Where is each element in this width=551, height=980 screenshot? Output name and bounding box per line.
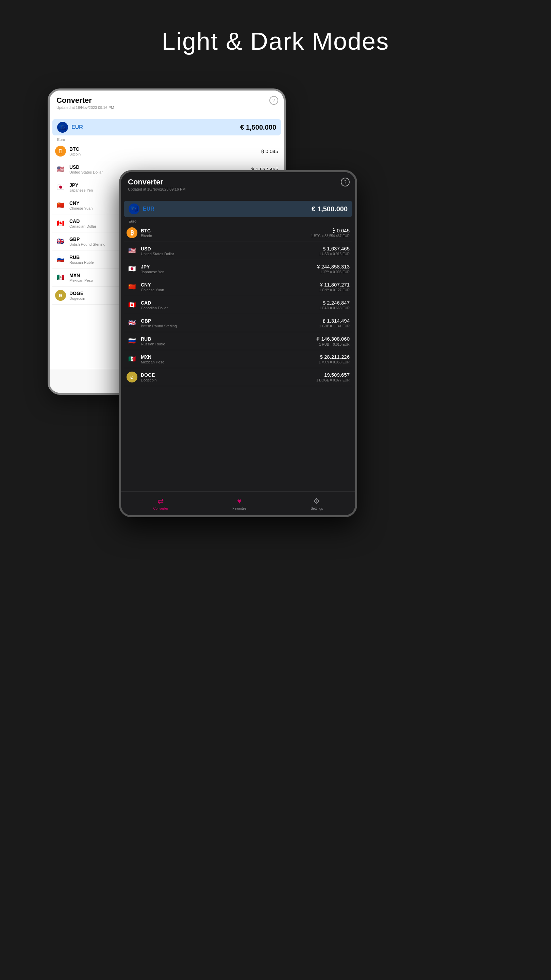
gbp-flag-light: 🇬🇧 [55,236,66,247]
cny-values-dark: ¥ 11,807.271 1 CNY = 0.127 EUR [319,282,349,292]
table-row[interactable]: 🇷🇺 RUB Russian Ruble ₽ 146,308.060 1 RUB… [124,332,353,350]
gbp-flag-dark: 🇬🇧 [127,318,137,328]
eur-code-light: EUR [71,124,83,130]
mxn-values-dark: $ 28,211.226 1 MXN = 0.053 EUR [319,354,349,364]
eur-code-dark: EUR [143,206,154,212]
cad-values-dark: $ 2,246.847 1 CAD = 0.668 EUR [319,300,349,310]
mxn-flag-dark: 🇲🇽 [127,353,137,364]
favorites-label-dark: Favorites [232,507,246,511]
usd-flag-dark: 🇺🇸 [127,245,137,256]
eur-flag-light: 🇪🇺 [57,122,68,133]
table-row[interactable]: 🇨🇳 CNY Chinese Yuan ¥ 11,807.271 1 CNY =… [124,278,353,296]
cad-info-dark: CAD Canadian Dollar [141,300,319,310]
bottom-nav-dark: ⇄ Converter ♥ Favorites ⚙ Settings [121,492,355,515]
help-button-light[interactable]: ? [269,96,278,105]
rub-flag-dark: 🇷🇺 [127,336,137,347]
rub-info-dark: RUB Russian Ruble [141,336,316,346]
eur-label-dark: Euro [121,218,355,224]
table-row[interactable]: 🇺🇸 USD United States Dollar $ 1,637.465 … [124,242,353,260]
cny-info-dark: CNY Chinese Yuan [141,282,319,292]
cad-flag-dark: 🇨🇦 [127,299,137,310]
app-title-dark: Converter [128,178,348,186]
page-title: Light & Dark Modes [0,0,551,55]
converter-icon-dark: ⇄ [157,497,164,506]
eur-input-dark[interactable]: € 1,500.000 [158,205,348,213]
settings-icon-dark: ⚙ [313,497,320,506]
favorites-icon-dark: ♥ [237,497,241,506]
btc-info-light: BTC Bitcoin [69,146,261,156]
doge-flag-dark: Ð [127,372,137,382]
currency-list-dark: ₿ BTC Bitcoin ₿ 0.045 1 BTC = 33,554.467… [121,224,355,386]
rub-values-dark: ₽ 146,308.060 1 RUB = 0.010 EUR [316,336,349,347]
jpy-values-dark: ¥ 244,858.313 1 JPY = 0.006 EUR [317,264,349,274]
settings-label-dark: Settings [311,507,323,511]
doge-flag-light: Ð [55,290,66,301]
mxn-info-dark: MXN Mexican Peso [141,354,319,364]
gbp-info-dark: GBP British Pound Sterling [141,318,319,328]
btc-values-light: ₿ 0.045 [261,148,278,154]
app-title-light: Converter [56,96,277,105]
app-subtitle-dark: Updated at 18/Nov/2023 09:16 PM [128,187,348,191]
mxn-flag-light: 🇲🇽 [55,272,66,283]
eur-input-light[interactable]: € 1,500.000 [86,124,276,131]
app-subtitle-light: Updated at 18/Nov/2023 09:16 PM [56,105,277,110]
eur-row-light[interactable]: 🇪🇺 EUR € 1,500.000 [52,119,281,135]
nav-settings-dark[interactable]: ⚙ Settings [311,497,323,511]
jpy-flag-light: 🇯🇵 [55,182,66,192]
table-row[interactable]: 🇲🇽 MXN Mexican Peso $ 28,211.226 1 MXN =… [124,350,353,368]
usd-values-dark: $ 1,637.465 1 USD = 0.916 EUR [319,246,349,256]
table-row[interactable]: 🇬🇧 GBP British Pound Sterling £ 1,314.49… [124,314,353,332]
content-area-dark: 🇪🇺 EUR € 1,500.000 Euro ₿ BTC Bitcoin [121,199,355,492]
cny-flag-dark: 🇨🇳 [127,282,137,292]
btc-flag-light: ₿ [55,146,66,156]
converter-label-dark: Converter [153,507,168,511]
table-row[interactable]: Ð DOGE Dogecoin 19,509.657 1 DOGE = 0.07… [124,368,353,386]
jpy-flag-dark: 🇯🇵 [127,263,137,274]
table-row[interactable]: ₿ BTC Bitcoin ₿ 0.045 1 BTC = 33,554.467… [124,224,353,242]
usd-flag-light: 🇺🇸 [55,164,66,175]
jpy-info-dark: JPY Japanese Yen [141,264,317,274]
doge-values-dark: 19,509.657 1 DOGE = 0.077 EUR [316,372,349,382]
cad-flag-light: 🇨🇦 [55,218,66,229]
app-header-light: Converter Updated at 18/Nov/2023 09:16 P… [50,91,284,112]
doge-info-dark: DOGE Dogecoin [141,372,316,382]
eur-label-light: Euro [50,137,284,142]
table-row[interactable]: ₿ BTC Bitcoin ₿ 0.045 [52,142,281,160]
nav-converter-dark[interactable]: ⇄ Converter [153,497,168,511]
help-button-dark[interactable]: ? [341,178,349,186]
app-header-dark: Converter Updated at 18/Nov/2023 09:16 P… [121,172,355,194]
eur-row-dark[interactable]: 🇪🇺 EUR € 1,500.000 [124,201,353,217]
devices-container: Converter Updated at 18/Nov/2023 09:16 P… [37,89,514,905]
nav-favorites-dark[interactable]: ♥ Favorites [232,497,246,511]
cny-flag-light: 🇨🇳 [55,200,66,211]
table-row[interactable]: 🇨🇦 CAD Canadian Dollar $ 2,246.847 1 CAD… [124,296,353,314]
btc-info-dark: BTC Bitcoin [141,228,311,238]
eur-flag-dark: 🇪🇺 [129,204,140,215]
app-screen-dark: Converter Updated at 18/Nov/2023 09:16 P… [121,172,355,515]
btc-values-dark: ₿ 0.045 1 BTC = 33,554.467 EUR [311,228,349,238]
usd-info-dark: USD United States Dollar [141,246,319,256]
btc-flag-dark: ₿ [127,227,137,238]
rub-flag-light: 🇷🇺 [55,254,66,265]
gbp-values-dark: £ 1,314.494 1 GBP = 1.141 EUR [319,318,349,328]
tablet-dark: Converter Updated at 18/Nov/2023 09:16 P… [119,170,357,517]
table-row[interactable]: 🇯🇵 JPY Japanese Yen ¥ 244,858.313 1 JPY … [124,260,353,278]
